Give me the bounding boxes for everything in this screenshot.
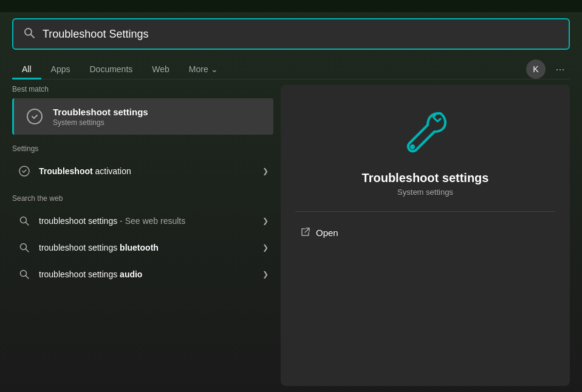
svg-line-9 xyxy=(26,275,29,279)
tab-more[interactable]: More ⌄ xyxy=(179,59,228,79)
search-web-icon-3 xyxy=(17,267,32,282)
tabs-right: K ··· xyxy=(526,59,570,79)
best-match-text: Troubleshoot settings System settings xyxy=(53,107,264,127)
web-item-text-1: troubleshoot settings - See web results xyxy=(39,216,255,226)
chevron-right-icon: ❯ xyxy=(262,167,269,175)
left-panel: Best match Troubleshoot settings System … xyxy=(12,85,273,386)
search-icon xyxy=(23,27,35,41)
detail-divider xyxy=(295,211,555,212)
detail-wrench-icon xyxy=(398,104,453,161)
best-match-item-icon xyxy=(24,106,46,127)
chevron-right-icon-3: ❯ xyxy=(262,243,269,252)
web-section: Search the web troubleshoot settings - S… xyxy=(12,194,273,288)
settings-section: Settings Troubleshoot activation ❯ xyxy=(12,144,273,184)
svg-point-10 xyxy=(410,144,415,149)
search-web-icon-1 xyxy=(17,214,32,228)
best-match-item[interactable]: Troubleshoot settings System settings xyxy=(12,98,273,135)
settings-item-icon xyxy=(17,164,32,178)
user-avatar[interactable]: K xyxy=(526,59,546,79)
open-button[interactable]: Open xyxy=(295,224,343,242)
search-overlay: Troubleshoot Settings All Apps Documents… xyxy=(0,0,582,392)
tab-apps[interactable]: Apps xyxy=(41,59,80,79)
open-external-icon xyxy=(300,226,311,239)
svg-line-7 xyxy=(26,249,29,252)
main-content: Best match Troubleshoot settings System … xyxy=(12,85,570,386)
chevron-down-icon: ⌄ xyxy=(211,64,218,74)
chevron-right-icon-2: ❯ xyxy=(262,217,269,225)
search-bar[interactable]: Troubleshoot Settings xyxy=(12,18,570,50)
tab-documents[interactable]: Documents xyxy=(80,59,142,79)
detail-subtitle: System settings xyxy=(397,188,453,197)
settings-item-troubleshoot-activation[interactable]: Troubleshoot activation ❯ xyxy=(12,158,273,184)
tab-all[interactable]: All xyxy=(12,59,41,79)
top-background xyxy=(0,0,582,12)
search-bar-container: Troubleshoot Settings xyxy=(12,18,570,50)
tabs-container: All Apps Documents Web More ⌄ K ··· xyxy=(12,59,570,79)
detail-title: Troubleshoot settings xyxy=(362,171,489,185)
right-panel: Troubleshoot settings System settings Op… xyxy=(281,85,570,386)
web-item-bluetooth[interactable]: troubleshoot settings bluetooth ❯ xyxy=(12,234,273,261)
svg-line-5 xyxy=(26,222,29,225)
settings-item-text: Troubleshoot activation xyxy=(39,166,255,176)
svg-line-1 xyxy=(31,35,35,38)
settings-section-label: Settings xyxy=(12,144,273,153)
chevron-right-icon-4: ❯ xyxy=(262,270,269,279)
best-match-subtitle: System settings xyxy=(53,118,264,127)
web-item-text-3: troubleshoot settings audio xyxy=(39,269,255,279)
search-input-value[interactable]: Troubleshoot Settings xyxy=(43,28,559,41)
web-item-see-web-results[interactable]: troubleshoot settings - See web results … xyxy=(12,208,273,234)
best-match-label: Best match xyxy=(12,85,273,93)
web-section-label: Search the web xyxy=(12,194,273,203)
open-label: Open xyxy=(316,228,338,238)
search-web-icon-2 xyxy=(17,240,32,255)
best-match-title: Troubleshoot settings xyxy=(53,107,264,117)
tab-web[interactable]: Web xyxy=(142,59,179,79)
web-item-text-2: troubleshoot settings bluetooth xyxy=(39,243,255,252)
more-options-button[interactable]: ··· xyxy=(550,59,570,79)
svg-point-2 xyxy=(27,109,42,124)
web-item-audio[interactable]: troubleshoot settings audio ❯ xyxy=(12,261,273,288)
